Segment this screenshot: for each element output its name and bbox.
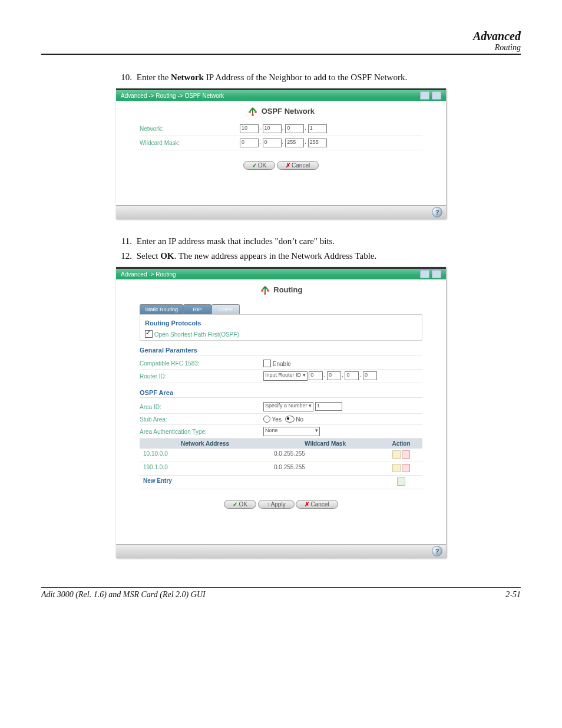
select-area-id[interactable]: Specify a Number ▾ <box>263 402 313 411</box>
help-icon[interactable]: ? <box>432 207 442 218</box>
tab-static-routing[interactable]: Static Routing <box>140 304 183 314</box>
svg-point-5 <box>264 292 266 295</box>
edit-icon[interactable] <box>392 450 401 459</box>
table-row: 10.10.0.0 0.0.255.255 <box>140 449 422 462</box>
checkbox-ospf[interactable] <box>145 330 153 338</box>
svg-point-4 <box>267 289 269 292</box>
step-12: 12. Select OK. The new address appears i… <box>118 251 521 261</box>
row-router-id: Router ID: Input Router ID ▾ 0. 0. 0. 0 <box>140 370 422 383</box>
ip-octet-3[interactable]: 0 <box>285 124 304 133</box>
rid-octet-2[interactable]: 0 <box>327 371 341 380</box>
rid-octet-4[interactable]: 0 <box>363 371 377 380</box>
mask-octet-4[interactable]: 255 <box>308 139 327 147</box>
screenshot-ospf-network: Advanced -> Routing -> OSPF Network OSPF… <box>116 88 446 219</box>
toolbar-icon[interactable] <box>432 91 441 100</box>
row-network: Network: 10. 10. 0. 1 <box>140 122 422 136</box>
page-header: Advanced Routing <box>41 29 521 55</box>
help-icon[interactable]: ? <box>432 546 442 556</box>
ip-octet-4[interactable]: 1 <box>308 124 327 133</box>
row-auth-type: Area Authentication Type: None ▾ <box>140 425 422 439</box>
page-footer: Adit 3000 (Rel. 1.6) and MSR Card (Rel 2… <box>41 587 521 599</box>
section-general-parameters: Genaral Paramters <box>140 347 422 355</box>
mask-octet-3[interactable]: 255 <box>285 139 304 147</box>
area-id-value[interactable]: 1 <box>315 402 342 411</box>
row-wildcard-mask: Wildcard Mask: 0. 0. 255. 255 <box>140 136 422 150</box>
rid-octet-1[interactable]: 0 <box>309 371 323 380</box>
ip-octet-1[interactable]: 10 <box>240 124 259 133</box>
table-row: 190.1.0.0 0.0.255.255 <box>140 462 422 476</box>
row-area-id: Area ID: Specify a Number ▾ 1 <box>140 400 422 414</box>
table-row-new[interactable]: New Entry <box>140 476 422 489</box>
page-title: OSPF Network <box>116 101 446 122</box>
select-auth-type[interactable]: None ▾ <box>263 427 320 436</box>
svg-point-0 <box>249 111 251 113</box>
svg-point-3 <box>261 289 263 292</box>
row-stub-area: Stub Area: Yes No <box>140 414 422 425</box>
shot-footer: ? <box>116 544 446 558</box>
select-router-id[interactable]: Input Router ID ▾ <box>263 371 308 381</box>
toolbar-icon[interactable] <box>432 270 441 278</box>
edit-icon[interactable] <box>392 464 401 472</box>
shot-footer: ? <box>116 205 446 219</box>
add-icon[interactable] <box>397 477 405 486</box>
apply-button[interactable]: ↑Apply <box>258 500 295 509</box>
cancel-button[interactable]: ✗Cancel <box>277 161 319 170</box>
tab-rip[interactable]: RIP <box>183 304 211 314</box>
step-10: 10. Enter the Network IP Address of the … <box>118 73 521 83</box>
header-subtitle: Routing <box>41 43 521 52</box>
mask-octet-1[interactable]: 0 <box>240 139 259 147</box>
step-11: 11. Enter an IP address mask that includ… <box>118 236 521 246</box>
toolbar-icon[interactable] <box>420 270 429 278</box>
rid-octet-3[interactable]: 0 <box>345 371 359 380</box>
delete-icon[interactable] <box>402 450 410 459</box>
breadcrumb: Advanced -> Routing <box>116 269 446 279</box>
svg-point-1 <box>254 111 257 113</box>
page-title: Routing <box>116 279 446 301</box>
svg-point-2 <box>252 114 254 116</box>
ok-button[interactable]: ✓OK <box>243 161 275 170</box>
radio-stub-yes[interactable] <box>263 416 270 423</box>
checkbox-enable-rfc1583[interactable] <box>263 360 271 367</box>
section-ospf-area: OSPF Area <box>140 389 422 398</box>
section-routing-protocols: Routing Protocols <box>145 319 417 327</box>
row-compatible-rfc: Compatible RFC 1583: Enable <box>140 358 422 370</box>
cancel-button[interactable]: ✗Cancel <box>296 500 338 509</box>
toolbar-icon[interactable] <box>420 91 429 100</box>
mask-octet-2[interactable]: 0 <box>263 139 282 147</box>
screenshot-routing: Advanced -> Routing Routing Static Routi… <box>116 267 446 558</box>
ip-octet-2[interactable]: 10 <box>263 124 282 133</box>
tab-ospf[interactable]: OSPF <box>211 304 240 314</box>
delete-icon[interactable] <box>402 464 410 472</box>
radio-stub-no[interactable] <box>285 416 295 423</box>
ok-button[interactable]: ✓OK <box>224 500 256 509</box>
table-header: Network Address Wildcard Mask Action <box>140 439 422 449</box>
breadcrumb: Advanced -> Routing -> OSPF Network <box>116 90 446 101</box>
header-title: Advanced <box>41 29 521 43</box>
